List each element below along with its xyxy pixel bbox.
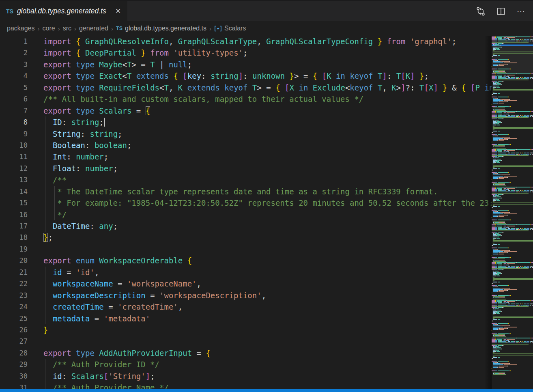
code-line-16[interactable]: 16 */ [0, 209, 492, 220]
minimap-token [493, 318, 494, 319]
minimap-token [502, 227, 502, 228]
line-number[interactable]: 25 [0, 313, 28, 324]
breadcrumb-item-packages[interactable]: packages [7, 25, 35, 32]
line-number[interactable]: 7 [0, 105, 28, 116]
code-line-2[interactable]: 2import { DeepPartial } from 'utility-ty… [0, 47, 492, 58]
minimap-token [498, 333, 509, 334]
line-number[interactable]: 27 [0, 336, 28, 347]
code-line-5[interactable]: 5export type RequireFields<T, K extends … [0, 82, 492, 93]
minimap-row [492, 154, 533, 155]
minimap-token [499, 161, 499, 162]
line-number[interactable]: 6 [0, 93, 28, 105]
minimap-token [495, 370, 497, 371]
code-line-27[interactable]: 27 [0, 336, 492, 347]
line-number[interactable]: 16 [0, 209, 28, 220]
minimap-token [493, 291, 497, 292]
line-number[interactable]: 29 [0, 359, 28, 370]
token [71, 152, 76, 161]
editor[interactable]: 1import { GraphQLResolveInfo, GraphQLSca… [0, 36, 533, 389]
line-number[interactable]: 3 [0, 59, 28, 70]
minimap-token [495, 77, 497, 78]
code-line-25[interactable]: 25 metadata = 'metadata' [0, 313, 492, 324]
line-number[interactable]: 13 [0, 174, 28, 185]
line-number[interactable]: 12 [0, 163, 28, 174]
breadcrumb-item-file[interactable]: global.db.types.generated.ts [125, 25, 206, 32]
tab-global-db-types-generated[interactable]: TS global.db.types.generated.ts ✕ [0, 1, 127, 21]
code-line-30[interactable]: 30 id: Scalars['String']; [0, 370, 492, 382]
breadcrumb-item-symbol[interactable]: Scalars [224, 25, 246, 32]
line-number[interactable]: 4 [0, 70, 28, 82]
line-number[interactable]: 26 [0, 324, 28, 336]
line-number[interactable]: 23 [0, 290, 28, 301]
minimap-token [499, 123, 499, 124]
line-number[interactable]: 5 [0, 82, 28, 93]
tab-close-icon[interactable]: ✕ [114, 7, 123, 16]
code-line-7[interactable]: 7export type Scalars = { [0, 105, 492, 116]
minimap-row [492, 262, 533, 263]
code-line-29[interactable]: 29 /** Auth Provider ID */ [0, 359, 492, 370]
split-editor-icon[interactable] [496, 6, 506, 17]
minimap-token [501, 99, 509, 100]
minimap-token [527, 154, 530, 155]
line-number[interactable]: 9 [0, 128, 28, 140]
open-changes-icon[interactable] [475, 6, 486, 17]
line-number[interactable]: 10 [0, 140, 28, 151]
line-number[interactable]: 8 [0, 116, 28, 128]
code-line-23[interactable]: 23 workspaceDescription = 'workspaceDesc… [0, 290, 492, 301]
code-line-8[interactable]: 8 ID: string; [0, 116, 492, 128]
code-line-12[interactable]: 12 Float: number; [0, 163, 492, 174]
minimap-row [492, 155, 533, 156]
code-line-11[interactable]: 11 Int: number; [0, 151, 492, 162]
code-line-9[interactable]: 9 String: string; [0, 128, 492, 140]
minimap-token [504, 62, 504, 63]
minimap-token [492, 344, 529, 345]
line-number[interactable]: 19 [0, 243, 28, 255]
indent-guide [45, 267, 45, 278]
code-line-26[interactable]: 26} [0, 324, 492, 336]
line-number[interactable]: 24 [0, 301, 28, 312]
code-line-18[interactable]: 18}; [0, 232, 492, 243]
line-number[interactable]: 17 [0, 220, 28, 232]
code-line-10[interactable]: 10 Boolean: boolean; [0, 140, 492, 151]
code-line-6[interactable]: 6/** All built-in and custom scalars, ma… [0, 93, 492, 105]
breadcrumb-item-core[interactable]: core [43, 25, 55, 32]
code-line-24[interactable]: 24 createdTime = 'createdTime', [0, 301, 492, 312]
minimap-row [492, 202, 533, 203]
code-line-13[interactable]: 13 /** [0, 174, 492, 185]
minimap[interactable] [492, 36, 533, 389]
code-line-19[interactable]: 19 [0, 243, 492, 255]
breadcrumb-item-src[interactable]: src [63, 25, 71, 32]
token [43, 198, 57, 207]
code-line-3[interactable]: 3export type Maybe<T> = T | null; [0, 59, 492, 70]
breadcrumb-item-generated[interactable]: generated [79, 25, 108, 32]
code-line-17[interactable]: 17 DateTime: any; [0, 220, 492, 232]
minimap-token [516, 41, 517, 41]
code-line-4[interactable]: 4export type Exact<T extends { [key: str… [0, 70, 492, 82]
more-actions-icon[interactable]: ⋯ [516, 6, 527, 17]
line-number[interactable]: 11 [0, 151, 28, 162]
code-line-1[interactable]: 1import { GraphQLResolveInfo, GraphQLSca… [0, 36, 492, 47]
line-number[interactable]: 21 [0, 267, 28, 278]
code-line-15[interactable]: 15 * For example: "1985-04-12T23:20:50.5… [0, 197, 492, 209]
line-number[interactable]: 31 [0, 382, 28, 389]
line-number[interactable]: 30 [0, 370, 28, 382]
line-number[interactable]: 20 [0, 255, 28, 266]
code-line-28[interactable]: 28export type AddAuthProviderInput = { [0, 347, 492, 359]
minimap-token [492, 220, 495, 220]
code-line-22[interactable]: 22 workspaceName = 'workspaceName', [0, 278, 492, 289]
line-number[interactable]: 15 [0, 197, 28, 209]
code-area[interactable]: 1import { GraphQLResolveInfo, GraphQLSca… [0, 36, 492, 389]
line-number[interactable]: 2 [0, 47, 28, 58]
token: workspaceName [53, 279, 113, 288]
code-line-31[interactable]: 31 /** Auth Provider Name */ [0, 382, 492, 389]
code-line-14[interactable]: 14 * The DateTime scalar type represents… [0, 186, 492, 197]
code-line-20[interactable]: 20export enum WorkspaceOrderable { [0, 255, 492, 266]
line-number[interactable]: 22 [0, 278, 28, 289]
line-number[interactable]: 1 [0, 36, 28, 47]
line-number[interactable]: 28 [0, 347, 28, 359]
line-number[interactable]: 14 [0, 186, 28, 197]
code-line-21[interactable]: 21 id = 'id', [0, 267, 492, 278]
minimap-token [495, 71, 499, 72]
token: : [67, 152, 71, 161]
line-number[interactable]: 18 [0, 232, 28, 243]
